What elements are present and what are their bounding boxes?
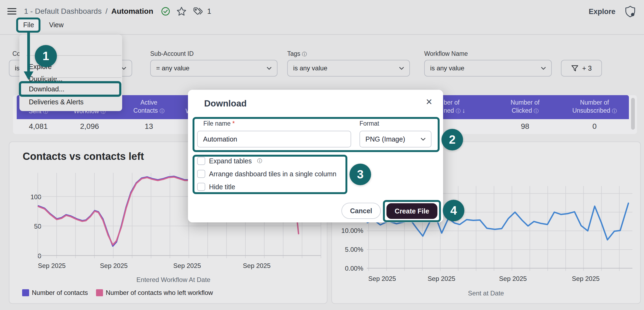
x-tick: Sep 2025 — [567, 275, 605, 283]
filter-hidden-label: Co — [12, 50, 20, 57]
y-tick: 50 — [17, 223, 41, 230]
info-icon: ⓘ — [302, 51, 307, 57]
table-scrollbar[interactable] — [631, 98, 635, 130]
filter-workflow-label: Workflow Name — [424, 50, 468, 57]
filter-subaccount-label: Sub-Account ID — [150, 50, 194, 57]
modal-title: Download — [204, 98, 247, 109]
x-tick: Sep 2025 — [33, 262, 71, 270]
info-icon: ⓘ — [534, 108, 539, 114]
callout-arrow — [23, 32, 37, 89]
callout-box-file-menu — [16, 18, 40, 33]
tag-count: 1 — [207, 7, 211, 16]
shield-gear-icon[interactable] — [624, 5, 637, 18]
cell-unsubscribed: 0 — [556, 122, 633, 131]
menubar-view[interactable]: View — [45, 19, 68, 30]
y-tick: 100 — [17, 193, 41, 201]
y-tick: 10.00% — [336, 227, 363, 235]
menu-item-deliveries-alerts[interactable]: Deliveries & Alerts — [29, 98, 84, 106]
close-icon[interactable]: × — [423, 96, 435, 108]
cell-workflow: 2,096 — [67, 122, 112, 131]
filter-subaccount-select[interactable]: = any value — [150, 60, 278, 77]
callout-step-3: 3 — [350, 164, 371, 185]
callout-box-options — [193, 155, 347, 194]
col-header-clicked[interactable]: Number ofClickedⓘ — [495, 98, 555, 115]
chevron-down-icon — [267, 67, 272, 70]
filter-workflow-select[interactable]: is any value — [424, 60, 552, 77]
y-tick: 0 — [17, 252, 41, 260]
dashboard-page: 1 - Default Dashboards / Automation 1 Ex… — [0, 0, 644, 310]
topbar: 1 - Default Dashboards / Automation 1 — [7, 6, 211, 16]
x-axis-title: Sent at Date — [432, 290, 540, 297]
info-icon: ⓘ — [455, 108, 460, 114]
page-title: Automation — [111, 7, 153, 16]
more-filters-button[interactable]: + 3 — [561, 60, 602, 77]
chart-title: Contacts vs contacts left — [23, 151, 144, 162]
callout-box-filename-format — [193, 117, 440, 152]
x-tick: Sep 2025 — [95, 262, 133, 270]
callout-box-download-item — [19, 81, 121, 97]
tags-badge[interactable]: 1 — [193, 7, 211, 16]
x-tick: Sep 2025 — [494, 275, 532, 283]
x-tick: Sep 2025 — [423, 275, 460, 283]
legend-swatch-left-workflow — [96, 289, 103, 296]
legend-label: Number of contacts who left workflow — [106, 289, 213, 297]
tag-icon — [193, 7, 204, 16]
sort-desc-icon: ↓ — [462, 107, 465, 114]
legend-label: Number of contacts — [32, 289, 88, 297]
filter-tags-label: Tagsⓘ — [287, 50, 307, 57]
cell-active-contacts: 13 — [125, 122, 173, 131]
callout-step-2: 2 — [441, 129, 463, 150]
x-tick: Sep 2025 — [238, 262, 276, 270]
x-tick: Sep 2025 — [363, 275, 401, 283]
filter-tags-select[interactable]: is any value — [287, 60, 410, 77]
funnel-icon — [571, 65, 578, 72]
cancel-button[interactable]: Cancel — [341, 203, 381, 219]
col-header-opened[interactable]: ber ofnedⓘ ↓ — [444, 98, 498, 115]
saved-check-icon — [161, 6, 170, 16]
breadcrumb[interactable]: 1 - Default Dashboards — [24, 7, 102, 16]
legend: Number of contacts Number of contacts wh… — [22, 289, 213, 297]
info-icon: ⓘ — [159, 108, 164, 114]
chevron-down-icon — [399, 67, 404, 70]
info-icon: ⓘ — [612, 108, 617, 114]
hamburger-menu-icon[interactable] — [7, 8, 16, 15]
explore-link[interactable]: Explore — [589, 8, 615, 16]
callout-box-create-file — [383, 200, 441, 222]
cell-sent: 4,081 — [19, 122, 57, 131]
x-tick: Sep 2025 — [168, 262, 206, 270]
col-header-active-contacts[interactable]: ActiveContactsⓘ — [125, 98, 173, 115]
breadcrumb-separator: / — [105, 7, 108, 16]
x-axis-title: Entered Workflow At Date — [119, 276, 227, 284]
col-header-unsubscribed[interactable]: Number ofUnsubscribedⓘ — [556, 98, 633, 115]
callout-step-1: 1 — [35, 45, 57, 67]
y-tick: 0.00% — [336, 265, 363, 272]
menu-separator — [26, 77, 121, 78]
callout-step-4: 4 — [443, 200, 464, 221]
y-tick: 5.00% — [336, 246, 363, 253]
favorite-star-icon[interactable] — [176, 6, 187, 16]
legend-swatch-contacts — [22, 289, 29, 296]
chevron-down-icon — [541, 67, 546, 70]
cell-clicked: 98 — [495, 122, 555, 131]
